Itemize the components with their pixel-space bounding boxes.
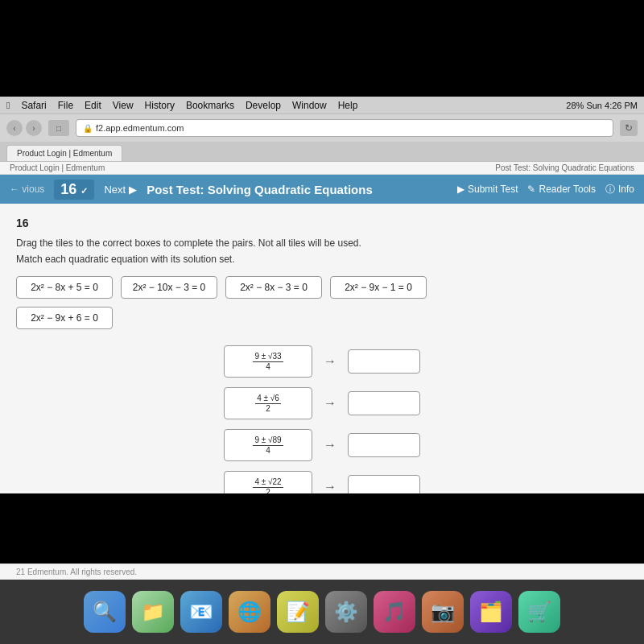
next-label: Next bbox=[104, 184, 126, 196]
match-row-1: 9 ± √33 4 → bbox=[224, 345, 420, 378]
menu-help[interactable]: Help bbox=[338, 100, 358, 111]
lock-icon: 🔒 bbox=[83, 124, 93, 133]
footer-text: 21 Edmentum. All rights reserved. bbox=[16, 568, 137, 576]
back-button[interactable]: ‹ bbox=[6, 120, 23, 136]
nav-buttons: ‹ › bbox=[6, 120, 42, 136]
dock-icon-settings[interactable]: ⚙️ bbox=[325, 591, 367, 633]
menu-file[interactable]: File bbox=[58, 100, 73, 111]
dock-icon-store[interactable]: 🛒 bbox=[518, 591, 560, 633]
browser-tabs: Product Login | Edmentum bbox=[0, 142, 644, 161]
dock: 🔍 📁 📧 🌐 📝 ⚙️ 🎵 📷 🗂️ 🛒 bbox=[0, 580, 644, 644]
dock-icon-music[interactable]: 🎵 bbox=[374, 591, 415, 633]
dock-icon-browser[interactable]: 🌐 bbox=[229, 591, 270, 633]
submit-icon: ▶ bbox=[457, 184, 464, 195]
target-drop-3[interactable] bbox=[348, 433, 420, 457]
menu-edit[interactable]: Edit bbox=[85, 100, 101, 111]
target-drop-2[interactable] bbox=[348, 391, 420, 415]
sub-header: Product Login | Edmentum Post Test: Solv… bbox=[0, 162, 644, 175]
instruction-text-1: Drag the tiles to the correct boxes to c… bbox=[16, 237, 628, 249]
url-bar[interactable]: 🔒 f2.app.edmentum.com bbox=[76, 119, 613, 137]
menu-view[interactable]: View bbox=[113, 100, 134, 111]
dock-icon-apps[interactable]: 🗂️ bbox=[470, 591, 512, 633]
reload-button[interactable]: ↻ bbox=[620, 120, 638, 136]
sub-header-left: Product Login | Edmentum bbox=[10, 163, 105, 172]
header-actions: ▶ Submit Test ✎ Reader Tools ⓘ Info bbox=[457, 183, 634, 196]
footer: 21 Edmentum. All rights reserved. bbox=[0, 564, 644, 580]
url-text: f2.app.edmentum.com bbox=[96, 123, 184, 133]
tab-label: Product Login | Edmentum bbox=[17, 149, 112, 158]
sub-header-right: Post Test: Solving Quadratic Equations bbox=[495, 163, 634, 172]
match-row-4: 4 ± √22 2 → bbox=[224, 471, 420, 493]
page-title: Post Test: Solving Quadratic Equations bbox=[147, 183, 448, 196]
info-button[interactable]: ⓘ Info bbox=[605, 183, 634, 196]
dock-icon-finder[interactable]: 🔍 bbox=[84, 591, 126, 633]
content-area: 16 Drag the tiles to the correct boxes t… bbox=[0, 204, 644, 493]
menu-safari[interactable]: Safari bbox=[21, 100, 46, 111]
arrow-1: → bbox=[324, 354, 336, 369]
menu-window[interactable]: Window bbox=[292, 100, 327, 111]
arrow-3: → bbox=[324, 438, 336, 452]
dock-icon-photos[interactable]: 📷 bbox=[422, 591, 464, 633]
equation-box-2[interactable]: 2x² − 10x − 3 = 0 bbox=[121, 276, 217, 299]
reader-tools-icon: ✎ bbox=[527, 184, 535, 195]
question-number-label: 16 bbox=[16, 217, 628, 229]
tab-overview-button[interactable]: □ bbox=[48, 120, 69, 136]
forward-button[interactable]: › bbox=[26, 120, 42, 136]
menu-bookmarks[interactable]: Bookmarks bbox=[186, 100, 234, 111]
solution-tile-4[interactable]: 4 ± √22 2 bbox=[224, 471, 312, 493]
arrow-4: → bbox=[324, 480, 336, 493]
dock-icon-files[interactable]: 📁 bbox=[132, 591, 174, 633]
equations-row-2: 2x² − 9x + 6 = 0 bbox=[16, 307, 628, 329]
matching-area: 9 ± √33 4 → 4 ± √6 2 → bbox=[16, 345, 628, 493]
question-number-badge: 16 ✓ bbox=[54, 180, 94, 200]
reader-tools-button[interactable]: ✎ Reader Tools bbox=[527, 184, 596, 195]
match-row-3: 9 ± √89 4 → bbox=[224, 429, 420, 461]
browser-chrome: ‹ › □ 🔒 f2.app.edmentum.com ↻ Product Lo… bbox=[0, 114, 644, 162]
equation-box-1[interactable]: 2x² − 8x + 5 = 0 bbox=[16, 276, 113, 299]
equation-box-3[interactable]: 2x² − 8x − 3 = 0 bbox=[225, 276, 322, 299]
mac-menu-bar:  Safari File Edit View History Bookmark… bbox=[0, 97, 644, 114]
menu-develop[interactable]: Develop bbox=[246, 100, 281, 111]
submit-test-button[interactable]: ▶ Submit Test bbox=[457, 184, 518, 195]
match-row-2: 4 ± √6 2 → bbox=[224, 387, 420, 419]
apple-menu[interactable]:  bbox=[6, 100, 10, 111]
menu-history[interactable]: History bbox=[145, 100, 175, 111]
target-drop-4[interactable] bbox=[348, 475, 420, 493]
app-header: ← vious 16 ✓ Next ▶ Post Test: Solving Q… bbox=[0, 175, 644, 204]
solution-tile-3[interactable]: 9 ± √89 4 bbox=[224, 429, 312, 461]
arrow-2: → bbox=[324, 396, 336, 411]
target-drop-1[interactable] bbox=[348, 349, 420, 374]
solution-tile-2[interactable]: 4 ± √6 2 bbox=[224, 387, 312, 419]
dock-icon-notes[interactable]: 📝 bbox=[277, 591, 319, 633]
equation-box-5[interactable]: 2x² − 9x + 6 = 0 bbox=[16, 307, 113, 329]
instruction-text-2: Match each quadratic equation with its s… bbox=[16, 254, 628, 265]
system-status: 28% Sun 4:26 PM bbox=[566, 101, 638, 110]
equation-box-4[interactable]: 2x² − 9x − 1 = 0 bbox=[330, 276, 427, 299]
equations-row-1: 2x² − 8x + 5 = 0 2x² − 10x − 3 = 0 2x² −… bbox=[16, 276, 628, 299]
next-button[interactable]: Next ▶ bbox=[104, 184, 137, 196]
info-icon: ⓘ bbox=[605, 183, 615, 196]
active-tab[interactable]: Product Login | Edmentum bbox=[6, 145, 122, 161]
dock-icon-mail[interactable]: 📧 bbox=[180, 591, 222, 633]
solution-tile-1[interactable]: 9 ± √33 4 bbox=[224, 345, 312, 378]
next-icon: ▶ bbox=[129, 184, 137, 196]
previous-label: ← vious bbox=[10, 184, 44, 195]
